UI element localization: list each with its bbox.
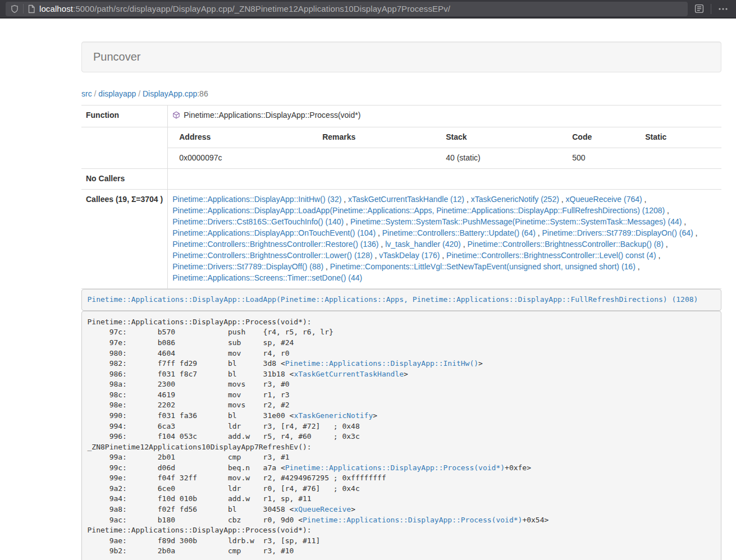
callee-link[interactable]: Pinetime::Applications::DisplayApp::Load…	[172, 206, 665, 215]
page-icon[interactable]	[28, 4, 35, 13]
callee-link[interactable]: Pinetime::Applications::DisplayApp::Init…	[172, 195, 341, 204]
reader-mode-icon[interactable]	[692, 2, 706, 16]
stats-empty-label-cell	[81, 127, 168, 168]
callee-link[interactable]: Pinetime::Controllers::BrightnessControl…	[172, 251, 372, 260]
callee-link[interactable]: Pinetime::Components::LittleVgl::SetNewT…	[330, 262, 636, 271]
overflow-menu-icon[interactable]	[716, 2, 730, 16]
breadcrumb: src / displayapp / DisplayApp.cpp:86	[81, 89, 721, 98]
stats-value-row: 0x0000097c40 (static)500	[168, 148, 721, 168]
callee-link[interactable]: Pinetime::Drivers::Cst816S::GetTouchInfo…	[172, 217, 344, 226]
callee-link[interactable]: lv_task_handler (420)	[385, 240, 461, 249]
callee-link[interactable]: Pinetime::Applications::DisplayApp::OnTo…	[172, 228, 376, 237]
symbol-link[interactable]: xTaskGetCurrentTaskHandle	[294, 370, 404, 378]
stats-row: AddressRemarksStackCodeStatic 0x0000097c…	[81, 127, 721, 168]
function-cell: Pinetime::Applications::DisplayApp::Proc…	[168, 105, 721, 127]
function-label: Function	[81, 105, 168, 127]
callee-link[interactable]: Pinetime::System::SystemTask::PushMessag…	[350, 217, 682, 226]
browser-toolbar: localhost:5000/path/src/displayapp/Displ…	[0, 0, 736, 19]
toolbar-divider	[711, 4, 711, 14]
stats-value-stack: 40 (static)	[435, 148, 561, 168]
stats-cell: AddressRemarksStackCodeStatic 0x0000097c…	[168, 127, 721, 168]
symbol-link[interactable]: xQueueReceive	[294, 505, 351, 513]
callee-link[interactable]: Pinetime::Drivers::St7789::DisplayOn() (…	[542, 228, 693, 237]
page-content: Puncover src / displayapp / DisplayApp.c…	[81, 42, 721, 560]
stats-col-remarks: Remarks	[311, 127, 435, 148]
stats-value-remarks	[311, 148, 435, 168]
url-text[interactable]: localhost:5000/path/src/displayapp/Displ…	[39, 4, 450, 13]
url-path: :5000/path/src/displayapp/DisplayApp.cpp…	[73, 4, 450, 13]
breadcrumb-separator: /	[92, 89, 99, 98]
url-bar[interactable]: localhost:5000/path/src/displayapp/Displ…	[6, 2, 688, 16]
stats-value-address: 0x0000097c	[168, 148, 311, 168]
function-name: Pinetime::Applications::DisplayApp::Proc…	[184, 111, 360, 120]
page-title: Puncover	[93, 51, 141, 63]
highlight-symbol-link[interactable]: Pinetime::Applications::DisplayApp::Load…	[88, 295, 698, 304]
symbol-link[interactable]: Pinetime::Applications::DisplayApp::Proc…	[303, 516, 522, 524]
breadcrumb-link-src[interactable]: src	[81, 89, 92, 98]
stats-col-code: Code	[561, 127, 634, 148]
callee-link[interactable]: Pinetime::Controllers::Battery::Update()…	[382, 228, 536, 237]
stats-col-address: Address	[168, 127, 311, 148]
url-host: localhost	[39, 4, 73, 13]
callee-link[interactable]: Pinetime::Controllers::BrightnessControl…	[446, 251, 656, 260]
stats-header-row: AddressRemarksStackCodeStatic	[168, 127, 721, 148]
page-title-box: Puncover	[81, 42, 721, 72]
function-table: Function Pinetime::Applications::Display…	[81, 105, 721, 289]
callee-link[interactable]: Pinetime::Controllers::BrightnessControl…	[467, 240, 663, 249]
callees-row: Callees (19, Σ=3704 ) Pinetime::Applicat…	[81, 189, 721, 288]
stats-value-static	[634, 148, 721, 168]
callees-list: Pinetime::Applications::DisplayApp::Init…	[168, 189, 721, 288]
symbol-link[interactable]: Pinetime::Applications::DisplayApp::Proc…	[285, 463, 505, 472]
breadcrumb-separator: /	[136, 89, 143, 98]
callee-link[interactable]: xTaskGetCurrentTaskHandle (12)	[348, 195, 464, 204]
shield-icon[interactable]	[10, 4, 19, 13]
no-callers-row: No Callers	[81, 168, 721, 189]
breadcrumb-line-number: :86	[197, 89, 208, 98]
callee-link[interactable]: Pinetime::Controllers::BrightnessControl…	[172, 240, 378, 249]
breadcrumb-link-DisplayApp.cpp[interactable]: DisplayApp.cpp	[143, 89, 197, 98]
function-row: Function Pinetime::Applications::Display…	[81, 105, 721, 127]
callees-label: Callees (19, Σ=3704 )	[81, 189, 168, 288]
callee-link[interactable]: xQueueReceive (764)	[566, 195, 642, 204]
stats-value-code: 500	[561, 148, 634, 168]
callee-link[interactable]: Pinetime::Applications::Screens::Timer::…	[172, 273, 362, 282]
symbol-link[interactable]: Pinetime::Applications::DisplayApp::Init…	[285, 359, 478, 368]
symbol-link[interactable]: xTaskGenericNotify	[294, 411, 373, 420]
stats-col-stack: Stack	[435, 127, 561, 148]
stats-col-static: Static	[634, 127, 721, 148]
identity-divider	[23, 4, 24, 13]
disassembly: Pinetime::Applications::DisplayApp::Proc…	[81, 311, 721, 560]
callee-link[interactable]: Pinetime::Drivers::St7789::DisplayOff() …	[172, 262, 323, 271]
no-callers-cell	[168, 168, 721, 189]
stats-table: AddressRemarksStackCodeStatic 0x0000097c…	[168, 127, 721, 168]
callee-link[interactable]: xTaskGenericNotify (252)	[471, 195, 559, 204]
callee-link[interactable]: vTaskDelay (176)	[379, 251, 440, 260]
breadcrumb-link-displayapp[interactable]: displayapp	[98, 89, 136, 98]
loadapp-highlight: Pinetime::Applications::DisplayApp::Load…	[81, 289, 721, 311]
package-icon	[172, 111, 180, 122]
no-callers-label: No Callers	[81, 168, 168, 189]
